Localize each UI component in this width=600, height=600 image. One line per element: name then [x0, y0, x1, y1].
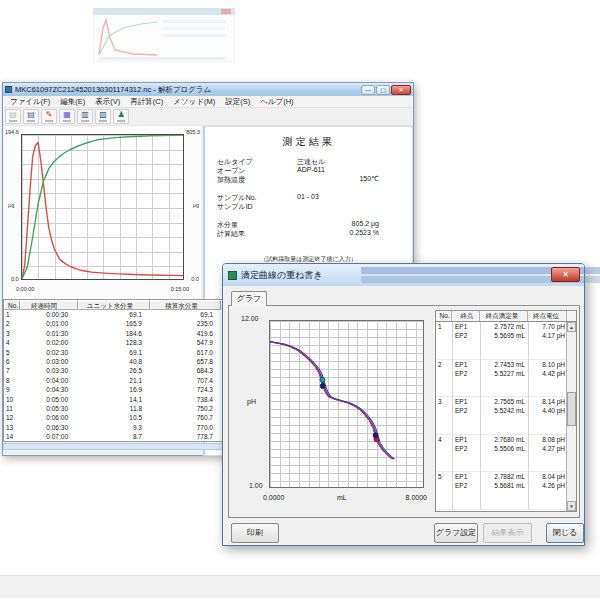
table-cell: 69.1 [150, 310, 221, 319]
y-left-max-label: 194.6 [5, 129, 19, 135]
printer-disabled-icon-glyph: ▤ [9, 111, 17, 119]
column-divider [480, 322, 481, 510]
menu-item[interactable]: メソッド(M) [168, 96, 220, 107]
moisture-data-table[interactable]: No.経過時間ユニット水分量積算水分量 10:00:3069.169.120:0… [3, 299, 224, 442]
scrollbar-thumb[interactable] [567, 392, 576, 426]
column-header[interactable]: No. [4, 300, 20, 310]
result-value: ADP-611 [297, 166, 379, 175]
menu-item[interactable]: ファイル(F) [5, 96, 55, 107]
endpoint-group-row[interactable]: 1EP12.7572 mL7.70 pHEP25.5695 mL4.17 pH [436, 322, 576, 360]
graph-settings-button[interactable]: グラフ設定 [434, 523, 478, 543]
close-button[interactable]: ✕ [391, 85, 411, 95]
user-icon[interactable]: ♟ [113, 109, 129, 124]
endpoint-table-scrollbar[interactable]: ▲ ▼ [566, 322, 576, 511]
report-chart-icon[interactable]: ▧ [95, 109, 111, 124]
table-cell: 750.2 [150, 404, 221, 413]
endpoint-group-row[interactable]: 5EP12.7882 mL8.04 pHEP25.5681 mL4.26 pH [436, 472, 576, 510]
menu-item[interactable]: 表示(V) [90, 96, 125, 107]
result-value: 805.2 μg [297, 220, 379, 229]
moisture-table-header: No.経過時間ユニット水分量積算水分量 [4, 300, 223, 310]
minimize-button[interactable]: — [361, 85, 375, 95]
title-bar[interactable]: MKC61097ZC2124520130301174312.nc - 解析プログ… [3, 83, 413, 96]
table-row[interactable]: 140:07:008.7778.7 [4, 432, 223, 441]
table-cell: 0:07:00 [20, 432, 78, 441]
show-results-button: 結果表示 [483, 523, 532, 543]
endpoint-volume: 2.7453 mL [480, 360, 528, 369]
table-cell: 0:05:30 [20, 404, 78, 413]
column-header[interactable]: 積算水分量 [150, 300, 221, 310]
endpoint-table[interactable]: No.終点終点滴定量終点電位 1EP12.7572 mL7.70 pHEP25.… [435, 310, 577, 512]
table-row[interactable]: 80:04:0021.1707.4 [4, 376, 223, 385]
table-cell: 0:04:30 [20, 385, 78, 394]
close-dialog-button[interactable]: 閉じる [546, 523, 584, 543]
y-min-label: 1.00 [249, 482, 263, 489]
window-title: MKC61097ZC2124520130301174312.nc - 解析プログ… [15, 85, 360, 95]
maximize-button[interactable]: ▢ [376, 85, 390, 95]
endpoint-name: EP2 [452, 444, 480, 453]
curve [270, 342, 392, 459]
dialog-title-bar[interactable]: 滴定曲線の重ね書き ✕ [223, 264, 584, 286]
endpoint-group-row[interactable]: 3EP12.7565 mL8.14 pHEP25.5242 mL4.40 pH [436, 397, 576, 435]
endpoint-marker [320, 377, 325, 382]
table-row[interactable]: 110:05:3011.8750.2 [4, 404, 223, 413]
table-cell: 778.7 [150, 432, 221, 441]
table-row[interactable]: 30:01:30184.6419.6 [4, 329, 223, 338]
table-row[interactable]: 100:05:0014.1738.4 [4, 395, 223, 404]
table-row[interactable]: 60:03:0040.8657.8 [4, 357, 223, 366]
table-cell: 760.7 [150, 413, 221, 422]
table-row[interactable]: 120:06:0010.5760.7 [4, 413, 223, 422]
calc-grid-icon[interactable]: ▦ [59, 109, 75, 124]
table-cell: 11.8 [78, 404, 150, 413]
table-cell: 11 [4, 404, 20, 413]
edit-pencil-icon-glyph: ✎ [46, 111, 53, 119]
endpoint-column-header: No. [436, 311, 452, 321]
menu-item[interactable]: 編集(E) [55, 96, 90, 107]
table-row[interactable]: 40:02:00128.3547.9 [4, 338, 223, 347]
table-cell: 0:04:00 [20, 376, 78, 385]
menu-item[interactable]: 設定(S) [220, 96, 255, 107]
table-row[interactable]: 20:01:00165.9235.0 [4, 319, 223, 328]
table-cell: 8 [4, 376, 20, 385]
column-header[interactable]: ユニット水分量 [78, 300, 150, 310]
endpoint-line: 4EP12.7680 mL8.08 pH [436, 435, 576, 444]
table-row[interactable]: 50:02:3069.1617.0 [4, 348, 223, 357]
endpoint-group-row[interactable]: 2EP12.7453 mL8.10 pHEP25.5227 mL4.42 pH [436, 360, 576, 398]
table-cell: 235.0 [150, 319, 221, 328]
dialog-close-button[interactable]: ✕ [551, 267, 580, 282]
table-cell: 9 [4, 385, 20, 394]
table-row[interactable]: 10:00:3069.169.1 [4, 310, 223, 319]
app-icon [5, 86, 12, 93]
dialog-title: 滴定曲線の重ね書き [241, 269, 323, 282]
endpoint-line: EP25.5695 mL4.17 pH [436, 331, 576, 340]
scroll-up-icon[interactable]: ▲ [567, 322, 576, 332]
dialog-icon [228, 271, 237, 280]
scroll-down-icon[interactable]: ▼ [567, 501, 576, 511]
table-row[interactable]: 130:06:309.3770.0 [4, 423, 223, 432]
result-row: セルタイプ三連セル [205, 157, 412, 166]
chart-icon[interactable]: ▥ [77, 109, 93, 124]
table-horizontal-scrollbar[interactable] [3, 443, 224, 450]
toolbar-caption [99, 120, 107, 122]
edit-pencil-icon[interactable]: ✎ [41, 109, 57, 124]
endpoint-line: 1EP12.7572 mL7.70 pH [436, 322, 576, 331]
endpoint-no: 5 [436, 472, 452, 481]
endpoint-name: EP1 [452, 360, 480, 369]
table-cell: 724.3 [150, 385, 221, 394]
menu-item[interactable]: 再計算(C) [125, 96, 168, 107]
endpoint-group-row[interactable]: 4EP12.7680 mL8.08 pHEP25.5506 mL4.27 pH [436, 435, 576, 473]
table-cell: 684.3 [150, 366, 221, 375]
toolbar: ▤▤✎▦▥▧♟ [3, 108, 413, 126]
tab-graph[interactable]: グラフ [231, 291, 267, 306]
endpoint-no [436, 331, 452, 340]
table-row[interactable]: 90:04:3016.9724.3 [4, 385, 223, 394]
print-button[interactable]: 印刷 [231, 523, 279, 543]
printer-icon[interactable]: ▤ [23, 109, 39, 124]
endpoint-name: EP2 [452, 481, 480, 490]
endpoint-line: EP25.5681 mL4.26 pH [436, 481, 576, 490]
endpoint-line: 3EP12.7565 mL8.14 pH [436, 397, 576, 406]
endpoint-potential: 4.26 pH [528, 481, 567, 490]
endpoint-column-header: 終点 [452, 311, 480, 321]
column-header[interactable]: 経過時間 [20, 300, 78, 310]
table-row[interactable]: 70:03:3026.5684.3 [4, 366, 223, 375]
menu-item[interactable]: ヘルプ(H) [255, 96, 298, 107]
